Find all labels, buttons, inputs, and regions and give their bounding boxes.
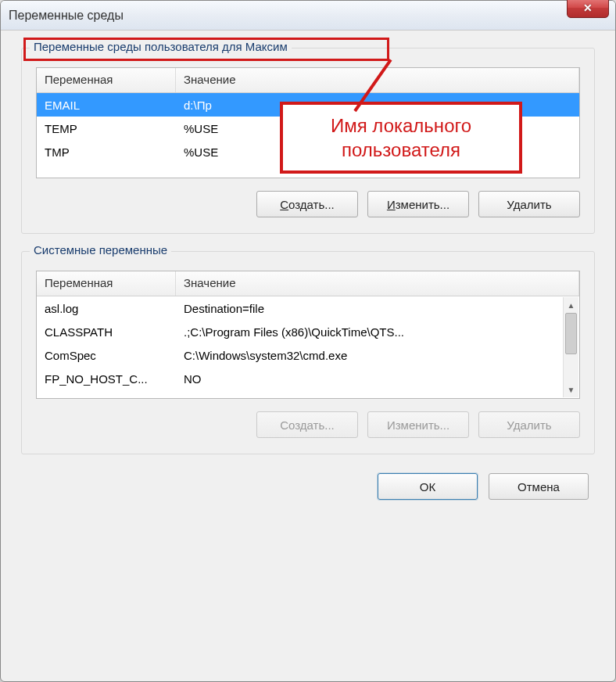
dialog-buttons: ОК Отмена [21, 470, 595, 500]
system-vars-scrollbar[interactable]: ▲ ▼ [563, 297, 578, 397]
window-title: Переменные среды [9, 9, 124, 23]
scroll-track[interactable] [564, 313, 578, 382]
close-button[interactable]: ✕ [567, 0, 609, 18]
system-vars-buttons: Создать... Изменить... Удалить [36, 411, 580, 438]
sys-edit-button[interactable]: Изменить... [367, 411, 469, 438]
scroll-down-icon[interactable]: ▼ [564, 382, 578, 397]
user-vars-header: Переменная Значение [37, 68, 579, 93]
table-row[interactable]: asl.logDestination=file [37, 296, 579, 320]
sys-col-name[interactable]: Переменная [37, 271, 176, 296]
table-row[interactable]: CLASSPATH.;C:\Program Files (x86)\QuickT… [37, 320, 579, 343]
scroll-up-icon[interactable]: ▲ [564, 297, 578, 313]
system-vars-rows: asl.logDestination=fileCLASSPATH.;C:\Pro… [37, 296, 579, 398]
cell-name: EMAIL [37, 95, 176, 115]
cell-name: CLASSPATH [37, 322, 176, 342]
user-delete-button[interactable]: Удалить [478, 191, 580, 217]
system-vars-listview[interactable]: Переменная Значение asl.logDestination=f… [36, 271, 580, 399]
dialog-body: Переменные среды пользователя для Максим… [1, 31, 615, 514]
system-vars-groupbox: Системные переменные Переменная Значение… [21, 251, 595, 454]
env-vars-dialog: Переменные среды ✕ Переменные среды поль… [0, 0, 616, 682]
cell-value: .;C:\Program Files (x86)\QuickTime\QTS..… [176, 322, 579, 342]
user-vars-groupbox: Переменные среды пользователя для Максим… [21, 48, 595, 234]
cell-value: NO [176, 369, 579, 389]
user-col-name[interactable]: Переменная [37, 68, 176, 92]
cell-name: asl.log [37, 299, 176, 318]
table-row[interactable]: ComSpecC:\Windows\system32\cmd.exe [37, 343, 579, 367]
titlebar[interactable]: Переменные среды ✕ [1, 1, 615, 31]
system-vars-header: Переменная Значение [37, 271, 579, 296]
sys-create-button[interactable]: Создать... [256, 411, 358, 438]
table-row[interactable]: FP_NO_HOST_C...NO [37, 367, 579, 390]
cell-value: C:\Windows\system32\cmd.exe [176, 346, 579, 365]
close-icon: ✕ [583, 2, 593, 14]
cell-name: TMP [37, 142, 176, 162]
cancel-button[interactable]: Отмена [489, 473, 589, 500]
system-vars-title: Системные переменные [30, 243, 171, 257]
sys-delete-button[interactable]: Удалить [478, 411, 580, 438]
user-vars-buttons: Создать... Изменить... Удалить [36, 191, 580, 217]
user-edit-button[interactable]: Изменить... [367, 191, 469, 217]
user-create-button[interactable]: Создать... [256, 191, 358, 217]
annotation-highlight [23, 38, 389, 61]
sys-col-value[interactable]: Значение [176, 271, 579, 296]
annotation-callout: Имя локального пользователя [280, 102, 522, 174]
annotation-text: Имя локального пользователя [283, 113, 519, 162]
cell-name: FP_NO_HOST_C... [37, 369, 176, 389]
scroll-thumb[interactable] [565, 313, 577, 354]
cell-name: ComSpec [37, 346, 176, 365]
cell-name: TEMP [37, 119, 176, 138]
cell-value: Destination=file [176, 299, 579, 318]
ok-button[interactable]: ОК [378, 473, 478, 500]
